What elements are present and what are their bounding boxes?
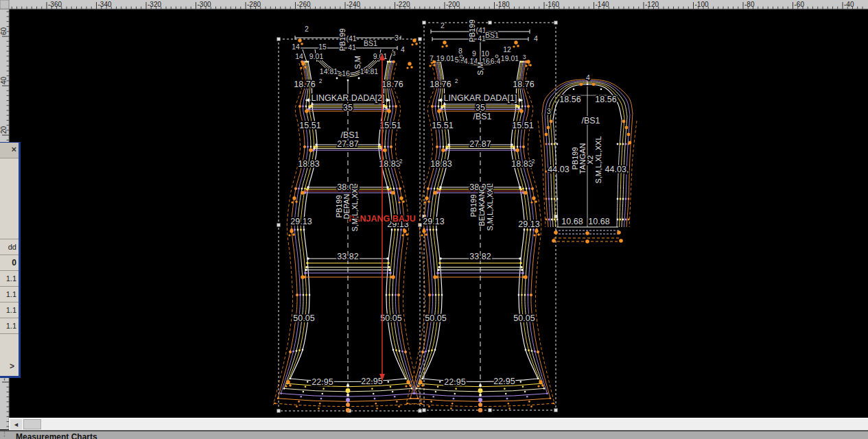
selection-handle[interactable] [419,38,422,41]
piece-name-label: S,M,L,XL,XXL [594,136,602,183]
measurement-label: 29.13 [290,217,312,226]
measurement-label: 19.01 [436,54,454,62]
svg-text:-280: -280 [247,1,261,8]
value-row[interactable]: 1.1 [0,271,19,287]
measurement-label: 15.51 [432,121,453,130]
measurement-label: 18.76 [294,80,315,89]
selection-handle[interactable] [489,21,492,25]
measurement-label: 18.76 [430,80,451,89]
floating-panel[interactable]: × dd01.11.11.11.1 > [0,142,21,378]
selection-handle[interactable] [554,215,558,218]
svg-text:-140: -140 [596,1,609,8]
measurement-label: 7 [430,54,434,62]
measurement-label: 22.95 [361,377,382,386]
piece-sleeve[interactable]: 418.5618.563/BS144.0344.03,10.6810.68PB1… [538,73,637,244]
measurement-label: 4 [401,45,405,54]
value-row[interactable]: 1.1 [0,287,19,302]
measurement-label: 12 [503,45,511,54]
measurement-label: 18.76 [382,80,403,89]
measurement-label: 9.01 [309,52,324,60]
measurement-label: 35 [476,103,485,112]
selection-handle[interactable] [423,21,426,25]
piece-name-label: BELAKANG [478,185,486,226]
measurement-label: 18.76 [513,80,534,89]
measurement-label: 6.4 [491,57,501,65]
measurement-label: 10.68 [588,217,609,226]
measurement-label: 41 [348,43,356,51]
svg-text:-100: -100 [695,1,709,8]
piece-name-label: DEPAN [342,193,351,219]
piece-name-label: PB199 [469,194,478,217]
scroll-left-button[interactable]: ◄ [10,419,22,429]
measurement-label: 33.82 [469,252,491,261]
selection-handle[interactable] [419,410,422,413]
measurement-label: 8 [458,47,462,55]
scrollbar-thumb[interactable] [23,419,41,429]
measurement-label: 14 [292,43,300,51]
measurement-label: 14 [295,52,303,60]
svg-text:40: 40 [0,76,8,84]
measurement-label: 50.05 [380,313,401,323]
measurement-label: 18.56 [559,95,580,104]
pattern-canvas[interactable]: -360-340-320-300-280-260-240-220-200-180… [0,0,868,439]
svg-text:-240: -240 [347,1,360,8]
expand-arrow-icon[interactable]: > [0,361,19,371]
svg-text:-360: -360 [48,1,62,8]
measurement-label: 18.56 [595,95,616,104]
panel-title-bar[interactable]: × [0,143,19,158]
measurement-label: 3 [547,107,551,115]
value-row[interactable]: 0 [0,255,19,271]
selection-handle[interactable] [554,409,558,412]
measurement-label: 27.87 [337,139,358,149]
value-row[interactable]: 1.1 [0,318,19,334]
tab-measurement-charts[interactable]: Measurement Charts [16,432,97,439]
pattern-cad-window: -360-340-320-300-280-260-240-220-200-180… [0,0,868,439]
measurement-label: /BS1 [473,112,491,121]
measurement-label: BS1 [364,39,377,47]
piece-name-label: S,M [476,62,484,75]
svg-text:-260: -260 [297,1,311,8]
measurement-label: 35 [343,103,353,112]
measurement-label: 2 [532,158,535,165]
measurement-label: (41 [346,34,356,43]
measurement-label: 4 [586,73,590,82]
svg-text:20: 20 [0,126,8,134]
selection-handle[interactable] [277,410,281,413]
piece-name-label: PB199 [338,28,347,51]
svg-text:-200: -200 [446,1,460,8]
measurement-label: 18.83 [430,159,451,169]
measurement-label: LINGKAR DADA[2] [312,93,385,103]
measurement-label: 22.95 [493,377,515,386]
piece-front[interactable]: 21415(4141BS134149.019.01314.811614.8118… [274,25,423,413]
svg-text:-160: -160 [546,1,559,8]
measurement-label: 2 [455,78,458,84]
measurement-label: 29.13 [423,217,444,226]
selection-handle[interactable] [277,224,281,227]
svg-text:-220: -220 [397,1,410,8]
selection-handle[interactable] [419,224,422,227]
measurement-label: 4 [534,34,538,43]
svg-text:60: 60 [0,27,8,35]
selection-handle[interactable] [554,21,558,25]
measurement-label: 27.87 [469,139,491,149]
measurement-label: 50.05 [513,313,535,323]
measurement-label: BS1 [485,31,499,39]
measurement-label: /BS1 [581,116,600,126]
selection-handle[interactable] [489,409,492,412]
measurement-label: 15.51 [379,121,401,130]
svg-text:-300: -300 [198,1,211,8]
value-row[interactable]: 1.1 [0,302,19,318]
close-icon[interactable]: × [11,144,16,155]
measurement-label: 10.68 [561,217,583,226]
measurement-label: 16 [342,69,350,78]
measurement-label: 15.51 [299,121,320,130]
piece-name-label: PB199 [468,19,476,42]
horizontal-scrollbar[interactable]: ◄ [9,418,868,430]
piece-name-label: S,M [353,56,362,69]
measurement-label: 14.81 [320,67,338,75]
measurement-label: 44.03, [605,165,629,174]
measurement-label: 29.13 [518,220,539,229]
grip-icon: ⁞ [0,431,13,439]
selection-handle[interactable] [423,409,426,412]
selection-handle[interactable] [277,38,281,41]
